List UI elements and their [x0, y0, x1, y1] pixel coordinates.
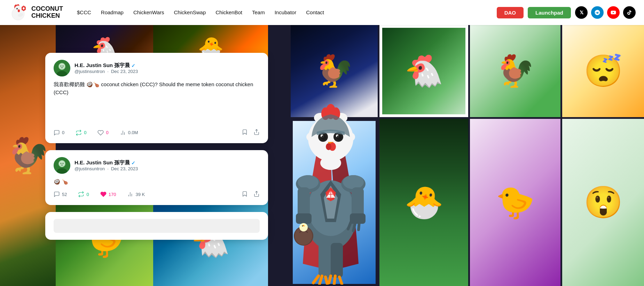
tweet-1-share-button[interactable]	[253, 129, 260, 136]
svg-point-23	[343, 175, 364, 189]
svg-point-5	[16, 8, 18, 9]
tweet-1-header: H.E. Justin Sun 孫宇晨 ✓ @justinsuntron · D…	[54, 60, 260, 76]
nav-links: $CCC Roadmap ChickenWars ChickenSwap Chi…	[77, 9, 497, 16]
svg-point-28	[299, 223, 308, 231]
tweet-3-placeholder	[54, 219, 260, 233]
logo-icon	[8, 3, 28, 22]
nav-item-chickenwars[interactable]: ChickenWars	[133, 9, 164, 16]
nav-item-contact[interactable]: Contact	[306, 9, 324, 16]
tweet-1-content: 我喜歡椰奶雞 🥥🍗 coconut chicken (CCC)? Should …	[54, 81, 260, 96]
bg-image-r2: 🐔	[379, 25, 468, 117]
tweet-1-bookmark-button[interactable]	[242, 129, 248, 136]
tweet-1-avatar	[54, 60, 70, 76]
tweet-1-verified-icon: ✓	[131, 63, 135, 68]
svg-point-21	[298, 175, 319, 189]
tweet-2-avatar	[54, 157, 70, 174]
tweet-2-content: 🥥 🍗	[54, 178, 260, 186]
nav-item-ccc[interactable]: $CCC	[77, 9, 91, 16]
tweet-overlay: H.E. Justin Sun 孫宇晨 ✓ @justinsuntron · D…	[45, 53, 268, 240]
nav-item-incubator[interactable]: Incubator	[275, 9, 297, 16]
tweet-1-actions: 0 0 0	[54, 129, 260, 136]
svg-point-61	[61, 66, 62, 67]
logo[interactable]: COCONUT CHICKEN	[8, 3, 63, 22]
tweet-2-share-button[interactable]	[253, 191, 260, 198]
svg-point-56	[326, 143, 331, 150]
svg-rect-25	[296, 213, 312, 224]
tiktok-social-button[interactable]	[623, 6, 636, 19]
nav-item-chickenswap[interactable]: ChickenSwap	[174, 9, 206, 16]
tweet-2-right-actions	[242, 191, 260, 198]
tweet-1-handle: @justinsuntron · Dec 23, 2023	[74, 69, 260, 74]
nav-right: DAO Launchpad 𝕏	[497, 6, 636, 19]
tweet-2-handle: @justinsuntron · Dec 23, 2023	[74, 166, 260, 171]
brand-name: COCONUT CHICKEN	[31, 6, 63, 19]
bg-image-r3: 🐓	[470, 25, 560, 117]
tweet-1-spacer	[54, 101, 260, 129]
tweet-2-header: H.E. Justin Sun 孫宇晨 ✓ @justinsuntron · D…	[54, 157, 260, 174]
bg-image-r8: 😲	[562, 119, 644, 286]
bg-image-r4: 😴	[562, 25, 644, 117]
svg-rect-33	[319, 243, 331, 278]
navbar: COCONUT CHICKEN $CCC Roadmap ChickenWars…	[0, 0, 644, 25]
youtube-social-button[interactable]	[607, 6, 620, 19]
tweet-card-3-partial	[45, 212, 268, 240]
tweet-2-comment-button[interactable]: 52	[54, 191, 67, 197]
svg-point-72	[63, 163, 64, 164]
svg-point-52	[337, 136, 339, 138]
tweet-1-user-info: H.E. Justin Sun 孫宇晨 ✓ @justinsuntron · D…	[74, 62, 260, 74]
svg-point-30	[302, 226, 303, 227]
tweet-1-right-actions	[242, 129, 260, 136]
tweet-2-verified-icon: ✓	[131, 160, 135, 166]
x-social-button[interactable]: 𝕏	[575, 6, 588, 19]
tweet-1-like-button[interactable]: 0	[97, 130, 108, 136]
nav-item-roadmap[interactable]: Roadmap	[101, 9, 124, 16]
svg-point-71	[61, 163, 62, 164]
tweet-2-actions: 52 0 170	[54, 191, 260, 198]
nav-item-chickenbot[interactable]: ChickenBot	[215, 9, 242, 16]
tweet-2-like-button[interactable]: 170	[100, 191, 116, 197]
telegram-social-button[interactable]	[591, 6, 604, 19]
svg-rect-34	[331, 243, 343, 278]
bg-image-r7: 🐤	[470, 119, 560, 286]
svg-point-62	[63, 66, 64, 67]
svg-point-51	[322, 136, 324, 138]
tweet-1-name: H.E. Justin Sun 孫宇晨 ✓	[74, 62, 260, 69]
launchpad-button[interactable]: Launchpad	[528, 7, 571, 18]
bg-image-r6: 🐣	[379, 119, 468, 286]
tweet-card-1: H.E. Justin Sun 孫宇晨 ✓ @justinsuntron · D…	[45, 53, 268, 143]
tweet-1-comment-button[interactable]: 0	[54, 130, 64, 136]
svg-point-7	[18, 9, 20, 12]
tweet-card-2: H.E. Justin Sun 孫宇晨 ✓ @justinsuntron · D…	[45, 150, 268, 205]
tweet-2-name: H.E. Justin Sun 孫宇晨 ✓	[74, 160, 260, 166]
tweet-2-user-info: H.E. Justin Sun 孫宇晨 ✓ @justinsuntron · D…	[74, 160, 260, 171]
tweet-2-views: 39 K	[127, 191, 145, 197]
svg-point-70	[59, 161, 65, 166]
dao-button[interactable]: DAO	[497, 7, 524, 18]
social-icons: 𝕏	[575, 6, 636, 19]
mascot-chicken	[278, 83, 383, 286]
nav-item-team[interactable]: Team	[252, 9, 265, 16]
tweet-1-retweet-button[interactable]: 0	[76, 130, 86, 136]
svg-point-60	[59, 64, 65, 69]
svg-point-6	[17, 8, 17, 9]
tweet-2-bookmark-button[interactable]	[242, 191, 248, 198]
hero-section: 🐓 🐔 🐣 🐤 🐔 🐓 🐔 🐓 😴	[0, 25, 644, 286]
tweet-2-retweet-button[interactable]: 0	[78, 191, 89, 197]
tweet-1-views: 0.0M	[120, 130, 138, 136]
